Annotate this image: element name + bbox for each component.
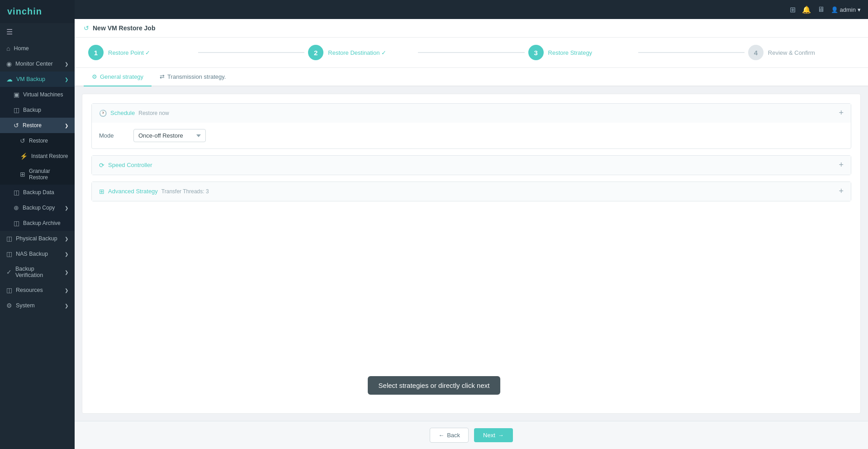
virtual-machines-icon: ▣ <box>14 91 19 98</box>
schedule-body: Mode Once-off Restore Scheduled Restore <box>92 123 851 148</box>
system-chevron-icon: ❯ <box>65 303 68 308</box>
sidebar-item-backup-data[interactable]: ◫ Backup Data <box>0 185 75 200</box>
sidebar-item-physical-backup[interactable]: ◫ Physical Backup ❯ <box>0 231 75 246</box>
tab-transmission-strategy[interactable]: ⇄ Transmission strategy. <box>152 68 234 86</box>
sidebar-item-backup-verification[interactable]: ✓ Backup Verification ❯ <box>0 262 75 282</box>
user-icon: 👤 <box>831 6 838 13</box>
logo: vinchin <box>0 0 75 23</box>
wizard-step-3: 3 Restore Strategy <box>528 45 635 60</box>
sidebar-label-backup-copy: Backup Copy <box>23 205 55 211</box>
back-button[interactable]: ← Back <box>430 428 469 443</box>
sidebar-item-home[interactable]: ⌂ Home <box>0 41 75 56</box>
grid-icon[interactable]: ⊞ <box>790 5 796 14</box>
backup-copy-chevron-icon: ❯ <box>65 205 68 210</box>
advanced-strategy-subtitle: Transfer Threads: 3 <box>161 188 209 195</box>
speed-controller-title: Speed Controller <box>108 162 152 168</box>
speed-controller-toggle-icon[interactable]: + <box>839 160 844 170</box>
restore-chevron-icon: ❯ <box>65 123 68 128</box>
sidebar-item-instant-restore[interactable]: ⚡ Instant Restore <box>0 148 75 164</box>
speed-controller-header[interactable]: ⟳ Speed Controller + <box>92 156 851 175</box>
step-connector-1-2 <box>198 52 304 53</box>
sidebar-item-system[interactable]: ⚙ System ❯ <box>0 298 75 313</box>
schedule-title: Schedule <box>110 110 135 116</box>
schedule-header[interactable]: 🕐 Schedule Restore now + <box>92 104 851 123</box>
mode-label: Mode <box>99 132 126 139</box>
user-name: admin <box>840 6 856 13</box>
schedule-toggle-icon[interactable]: + <box>839 108 844 118</box>
backup-data-icon: ◫ <box>14 189 19 196</box>
advanced-strategy-title: Advanced Strategy <box>108 188 158 195</box>
bell-icon[interactable]: 🔔 <box>802 5 811 14</box>
restore-header-icon: ↺ <box>84 24 89 32</box>
next-label: Next <box>483 432 495 439</box>
step-connector-3-4 <box>638 52 745 53</box>
sidebar-item-resources[interactable]: ◫ Resources ❯ <box>0 282 75 298</box>
step-connector-2-3 <box>418 52 524 53</box>
backup-copy-icon: ⊕ <box>14 204 19 211</box>
monitor-icon: ◉ <box>6 60 12 67</box>
sidebar-item-backup-archive[interactable]: ◫ Backup Archive <box>0 215 75 231</box>
nas-backup-chevron-icon: ❯ <box>65 252 68 257</box>
user-menu[interactable]: 👤 admin ▾ <box>831 6 861 13</box>
step-circle-2: 2 <box>308 45 323 60</box>
step-label-4: Review & Confirm <box>768 49 815 56</box>
resources-icon: ◫ <box>6 287 12 294</box>
desktop-icon[interactable]: 🖥 <box>817 5 825 14</box>
schedule-icon: 🕐 <box>99 110 107 117</box>
physical-backup-icon: ◫ <box>6 235 12 242</box>
user-chevron-icon: ▾ <box>858 6 861 13</box>
sidebar-item-virtual-machines[interactable]: ▣ Virtual Machines <box>0 87 75 102</box>
next-button[interactable]: Next → <box>474 428 513 442</box>
sidebar-item-nas-backup[interactable]: ◫ NAS Backup ❯ <box>0 246 75 262</box>
vm-backup-icon: ☁ <box>6 76 13 83</box>
hamburger-button[interactable]: ☰ <box>0 23 75 41</box>
home-icon: ⌂ <box>6 45 10 52</box>
physical-backup-chevron-icon: ❯ <box>65 236 68 241</box>
backup-verification-chevron-icon: ❯ <box>65 270 68 275</box>
tab-bar: ⚙ General strategy ⇄ Transmission strate… <box>75 68 868 86</box>
sidebar-label-granular-restore: Granular Restore <box>29 168 68 181</box>
granular-restore-icon: ⊞ <box>20 171 25 178</box>
sidebar-label-backup-data: Backup Data <box>23 189 54 196</box>
tab-general-strategy[interactable]: ⚙ General strategy <box>84 68 152 86</box>
advanced-strategy-icon: ⊞ <box>99 188 104 195</box>
instant-restore-icon: ⚡ <box>20 153 28 160</box>
sidebar-item-backup-copy[interactable]: ⊕ Backup Copy ❯ <box>0 200 75 215</box>
sidebar-label-monitor: Monitor Center <box>15 61 53 67</box>
step-label-2: Restore Destination ✓ <box>328 49 386 56</box>
step-circle-1: 1 <box>88 45 104 60</box>
tooltip-overlay: Select strategies or directly click next <box>368 376 501 395</box>
restore-submenu: ↺ Restore ⚡ Instant Restore ⊞ Granular R… <box>0 133 75 185</box>
chevron-right-icon: ❯ <box>65 62 68 67</box>
sidebar-item-backup[interactable]: ◫ Backup <box>0 102 75 118</box>
step-label-3: Restore Strategy <box>548 49 593 56</box>
step-circle-4: 4 <box>748 45 764 60</box>
wizard-steps: 1 Restore Point ✓ 2 Restore Destination … <box>75 38 868 68</box>
footer: ← Back Next → <box>75 421 868 449</box>
back-icon: ← <box>438 432 444 439</box>
general-strategy-icon: ⚙ <box>92 73 97 80</box>
sidebar-item-granular-restore[interactable]: ⊞ Granular Restore <box>0 164 75 185</box>
advanced-strategy-header[interactable]: ⊞ Advanced Strategy Transfer Threads: 3 … <box>92 182 851 201</box>
sidebar-item-monitor-center[interactable]: ◉ Monitor Center ❯ <box>0 56 75 72</box>
transmission-strategy-icon: ⇄ <box>160 73 165 80</box>
sidebar-item-restore[interactable]: ↺ Restore ❯ <box>0 118 75 133</box>
tab-transmission-label: Transmission strategy. <box>167 73 226 80</box>
content-area: ↺ New VM Restore Job 1 Restore Point ✓ 2… <box>75 19 868 449</box>
page-title: New VM Restore Job <box>93 24 155 32</box>
back-label: Back <box>447 432 460 439</box>
backup-archive-icon: ◫ <box>14 220 19 227</box>
sidebar-item-restore-sub[interactable]: ↺ Restore <box>0 133 75 148</box>
advanced-strategy-section: ⊞ Advanced Strategy Transfer Threads: 3 … <box>91 182 851 201</box>
sidebar-item-vm-backup[interactable]: ☁ VM Backup ❯ <box>0 72 75 87</box>
sidebar-label-backup-archive: Backup Archive <box>23 220 61 226</box>
backup-verification-icon: ✓ <box>6 268 12 276</box>
advanced-strategy-toggle-icon[interactable]: + <box>839 186 844 196</box>
restore-sub-icon: ↺ <box>20 137 25 144</box>
tooltip-text: Select strategies or directly click next <box>379 382 490 389</box>
sidebar-label-resources: Resources <box>16 287 43 293</box>
schedule-section: 🕐 Schedule Restore now + Mode Once-off R… <box>91 103 851 149</box>
mode-select[interactable]: Once-off Restore Scheduled Restore <box>133 129 206 142</box>
step-label-1: Restore Point ✓ <box>108 49 150 56</box>
main-area: ⊞ 🔔 🖥 👤 admin ▾ ↺ New VM Restore Job 1 R… <box>75 0 868 449</box>
